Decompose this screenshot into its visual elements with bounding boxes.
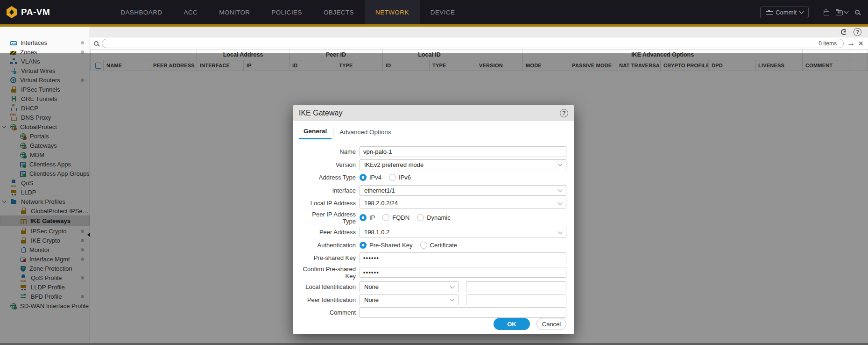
pre-shared-key-input[interactable]	[360, 252, 566, 263]
nav-tab-dashboard[interactable]: DASHBOARD	[110, 0, 173, 24]
ip-radio[interactable]	[360, 214, 367, 221]
field-local-ip-address: Local IP Address 198.2.0.2/24	[298, 198, 566, 208]
dialog-footer: OK Cancel	[293, 318, 574, 337]
chevron-down-icon	[558, 200, 563, 205]
comment-input[interactable]	[360, 307, 566, 318]
help-icon[interactable]	[854, 28, 861, 36]
nav-tab-network[interactable]: NETWORK	[365, 0, 420, 24]
version-select[interactable]: IKEv2 preferred mode	[360, 159, 566, 170]
tab-divider	[333, 128, 333, 136]
field-pre-shared-key: Pre-shared Key	[298, 252, 566, 263]
topbar-actions: Commit	[760, 7, 860, 18]
chevron-down-icon	[799, 9, 804, 14]
ipv6-radio[interactable]	[389, 174, 396, 181]
field-address-type: Address Type IPv4 IPv6	[298, 172, 566, 183]
bottom-edge-bar	[0, 343, 868, 345]
ike-gateway-dialog: IKE Gateway General Advanced Options Nam…	[293, 105, 574, 334]
gold-accent-bar	[0, 24, 868, 27]
dialog-title-bar: IKE Gateway	[293, 105, 574, 121]
filter-bar: 0 items	[90, 37, 868, 49]
certificate-radio[interactable]	[420, 242, 427, 249]
confirm-pre-shared-key-input[interactable]	[360, 267, 566, 278]
chevron-down-icon	[558, 187, 563, 192]
chevron-down-icon	[844, 9, 849, 14]
peer-identification-select[interactable]: None	[360, 295, 459, 305]
field-authentication: Authentication Pre-Shared Key Certificat…	[298, 240, 566, 251]
field-version: Version IKEv2 preferred mode	[298, 159, 566, 170]
local-identification-select[interactable]: None	[360, 281, 459, 292]
search-input[interactable]: 0 items	[102, 39, 844, 48]
clear-filter-icon[interactable]	[858, 39, 863, 48]
fqdn-radio[interactable]	[382, 214, 389, 221]
content-toolbar	[90, 27, 868, 37]
status-dot	[81, 41, 84, 44]
commit-icon	[766, 10, 772, 15]
radio-option-ipv6[interactable]: IPv6	[389, 174, 411, 181]
name-input[interactable]	[360, 146, 566, 157]
tab-general[interactable]: General	[299, 126, 332, 139]
unlock-icon[interactable]	[823, 9, 829, 15]
chevron-down-icon	[450, 284, 455, 288]
dialog-title: IKE Gateway	[299, 109, 342, 117]
interfaces-icon	[10, 41, 17, 45]
field-peer-address: Peer Address 198.1.0.2	[298, 227, 566, 237]
field-name: Name	[298, 146, 566, 157]
radio-option-ipv4[interactable]: IPv4	[360, 174, 381, 181]
tab-advanced-options[interactable]: Advanced Options	[335, 127, 395, 139]
interface-select[interactable]: ethernet1/1	[360, 185, 566, 196]
radio-option-dynamic[interactable]: Dynamic	[417, 214, 451, 221]
field-local-identification: Local Identification None	[298, 281, 566, 292]
nav-tab-policies[interactable]: POLICIES	[261, 0, 312, 24]
nav-tab-objects[interactable]: OBJECTS	[313, 0, 365, 24]
radio-option-fqdn[interactable]: FQDN	[382, 214, 409, 221]
top-navigation-bar: PA-VM DASHBOARD ACC MONITOR POLICIES OBJ…	[0, 0, 868, 24]
cancel-button[interactable]: Cancel	[536, 318, 566, 330]
dialog-body: Name Version IKEv2 preferred mode Addres…	[293, 139, 574, 318]
field-confirm-pre-shared-key: Confirm Pre-shared Key	[298, 266, 566, 280]
palo-alto-logo-icon	[7, 6, 17, 18]
field-interface: Interface ethernet1/1	[298, 185, 566, 196]
dialog-tabs: General Advanced Options	[293, 121, 574, 139]
items-count: 0 items	[819, 40, 837, 47]
commit-label: Commit	[776, 9, 797, 16]
ipv4-radio[interactable]	[360, 174, 367, 181]
divider	[816, 8, 816, 16]
local-identification-value-input[interactable]	[466, 281, 566, 292]
chevron-down-icon	[558, 162, 563, 166]
nav-tab-acc[interactable]: ACC	[173, 0, 208, 24]
radio-option-pre-shared-key[interactable]: Pre-Shared Key	[360, 242, 413, 249]
radio-option-certificate[interactable]: Certificate	[420, 242, 458, 249]
commit-button[interactable]: Commit	[760, 7, 809, 18]
dialog-help-icon[interactable]	[560, 109, 568, 117]
apply-filter-arrow-icon[interactable]	[847, 39, 855, 47]
radio-option-ip[interactable]: IP	[360, 214, 375, 221]
main-nav-tabs: DASHBOARD ACC MONITOR POLICIES OBJECTS N…	[110, 0, 466, 24]
chevron-down-icon	[558, 229, 563, 234]
device-name: PA-VM	[21, 7, 50, 17]
search-icon[interactable]	[855, 10, 860, 14]
chevron-down-icon	[450, 297, 455, 302]
field-peer-ip-address-type: Peer IP Address Type IP FQDN Dynamic	[298, 211, 566, 225]
peer-identification-value-input[interactable]	[466, 295, 566, 305]
config-sync-icon	[836, 10, 843, 15]
field-comment: Comment	[298, 307, 566, 318]
nav-tab-monitor[interactable]: MONITOR	[208, 0, 261, 24]
sidebar-item-interfaces[interactable]: Interfaces	[0, 38, 90, 47]
peer-address-select[interactable]: 198.1.0.2	[360, 227, 566, 237]
local-ip-address-select[interactable]: 198.2.0.2/24	[360, 198, 566, 208]
nav-tab-device[interactable]: DEVICE	[420, 0, 466, 24]
config-sync-group[interactable]	[836, 9, 848, 15]
field-peer-identification: Peer Identification None	[298, 295, 566, 305]
search-icon	[94, 41, 99, 46]
dynamic-radio[interactable]	[417, 214, 424, 221]
refresh-icon[interactable]	[841, 29, 847, 35]
brand: PA-VM	[7, 6, 50, 18]
pre-shared-key-radio[interactable]	[360, 242, 367, 249]
ok-button[interactable]: OK	[494, 318, 530, 330]
